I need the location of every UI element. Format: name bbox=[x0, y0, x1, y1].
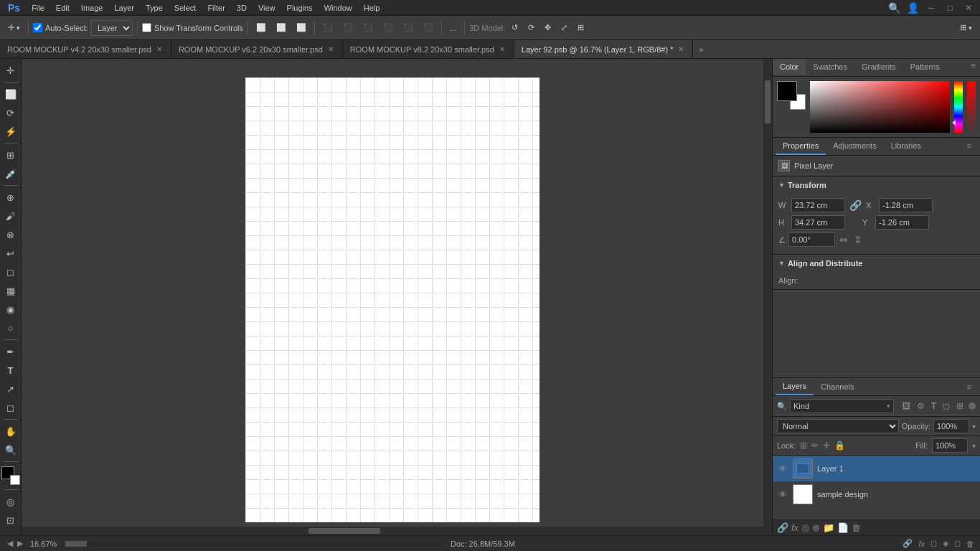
status-icon-4[interactable]: ◻ bbox=[954, 539, 961, 548]
angle-input[interactable] bbox=[788, 232, 835, 247]
props-tab-adjustments[interactable]: Adjustments bbox=[826, 138, 884, 155]
fill-input[interactable] bbox=[932, 438, 968, 453]
menu-plugins[interactable]: Plugins bbox=[282, 2, 318, 14]
align-right-btn[interactable]: ⬜ bbox=[293, 19, 310, 37]
path-tool[interactable]: ↗ bbox=[2, 380, 19, 397]
menu-file[interactable]: File bbox=[27, 2, 50, 14]
alpha-bar[interactable] bbox=[967, 81, 976, 133]
lasso-tool[interactable]: ⟳ bbox=[2, 104, 19, 121]
scrollbar-vertical[interactable] bbox=[763, 59, 772, 527]
color-tab[interactable]: Color bbox=[773, 59, 806, 76]
eraser-tool[interactable]: ◻ bbox=[2, 263, 19, 281]
filter-pixel-icon[interactable]: 🖼 bbox=[900, 400, 913, 412]
menu-3d[interactable]: 3D bbox=[232, 2, 252, 14]
menu-edit[interactable]: Edit bbox=[51, 2, 75, 14]
crop-tool[interactable]: ⊞ bbox=[2, 146, 19, 164]
healing-tool[interactable]: ⊕ bbox=[2, 189, 19, 206]
distribute-hcenter-btn[interactable]: ⬛ bbox=[400, 19, 417, 37]
opacity-arrow-icon[interactable]: ▾ bbox=[972, 423, 976, 430]
text-tool[interactable]: T bbox=[2, 362, 19, 379]
align-header[interactable]: ▼ Align and Distribute bbox=[773, 255, 980, 272]
status-icon-5[interactable]: 🗑 bbox=[966, 540, 974, 548]
filter-smart-icon[interactable]: ⊞ bbox=[954, 400, 966, 412]
3d-rotate-btn[interactable]: ↺ bbox=[508, 19, 522, 37]
tab-overflow-btn[interactable]: » bbox=[693, 45, 709, 54]
blur-tool[interactable]: ◉ bbox=[2, 301, 19, 318]
tab-3-close[interactable]: ✕ bbox=[677, 44, 685, 54]
add-group-icon[interactable]: 📁 bbox=[823, 522, 834, 533]
status-icon-1[interactable]: 🔗 bbox=[903, 539, 913, 548]
quick-mask-tool[interactable]: ◎ bbox=[2, 493, 19, 510]
lock-position-icon[interactable]: ✏ bbox=[811, 441, 819, 451]
menu-type[interactable]: Type bbox=[141, 2, 168, 14]
link-layers-icon[interactable]: 🔗 bbox=[777, 522, 788, 533]
filter-adj-icon[interactable]: ⚙ bbox=[915, 400, 927, 412]
brush-tool[interactable]: 🖌 bbox=[2, 207, 19, 225]
layer-item-0[interactable]: 👁 Layer 1 bbox=[773, 456, 980, 481]
dodge-tool[interactable]: ○ bbox=[2, 319, 19, 336]
h-input[interactable] bbox=[791, 215, 845, 230]
align-center-btn[interactable]: ⬜ bbox=[273, 19, 290, 37]
opacity-input[interactable] bbox=[933, 419, 969, 433]
search-icon[interactable]: 🔍 bbox=[885, 0, 903, 17]
app-icon[interactable]: Ps bbox=[3, 1, 25, 15]
3d-roll-btn[interactable]: ⟳ bbox=[524, 19, 538, 37]
filter-shape-icon[interactable]: ◻ bbox=[941, 400, 952, 412]
y-input[interactable] bbox=[875, 215, 929, 230]
show-transform-checkbox[interactable] bbox=[142, 23, 151, 32]
close-icon[interactable]: ✕ bbox=[960, 0, 977, 17]
3d-pan-btn[interactable]: ✥ bbox=[541, 19, 555, 37]
distribute-vcenter-btn[interactable]: ⬛ bbox=[339, 19, 357, 37]
blend-mode-select[interactable]: Normal bbox=[777, 419, 899, 433]
status-icon-3[interactable]: ◈ bbox=[943, 539, 948, 548]
scrollbar-horizontal[interactable] bbox=[22, 527, 763, 535]
transform-header[interactable]: ▼ Transform bbox=[773, 176, 980, 194]
add-mask-icon[interactable]: ◎ bbox=[801, 522, 809, 533]
status-icon-fx[interactable]: fx bbox=[918, 540, 925, 548]
layer-select[interactable]: Layer bbox=[91, 20, 133, 36]
flip-vertical-icon[interactable]: ⇕ bbox=[852, 234, 864, 245]
maximize-icon[interactable]: □ bbox=[941, 0, 958, 17]
add-layer-icon[interactable]: 📄 bbox=[837, 522, 849, 533]
tab-2-close[interactable]: ✕ bbox=[498, 44, 507, 54]
filter-text-icon[interactable]: T bbox=[929, 400, 938, 412]
shape-tool[interactable]: ◻ bbox=[2, 399, 19, 416]
tab-3[interactable]: Layer 92.psb @ 16.7% (Layer 1, RGB/8#) *… bbox=[514, 40, 694, 59]
eyedropper-tool[interactable]: 💉 bbox=[2, 165, 19, 182]
history-tool[interactable]: ↩ bbox=[2, 245, 19, 262]
color-panel-more[interactable]: ≡ bbox=[967, 59, 980, 76]
layer-1-visibility-icon[interactable]: 👁 bbox=[777, 489, 788, 500]
swatches-tab[interactable]: Swatches bbox=[806, 59, 854, 76]
layers-tab-channels[interactable]: Channels bbox=[814, 379, 861, 395]
layer-item-1[interactable]: 👁 sample design bbox=[773, 481, 980, 507]
background-color[interactable] bbox=[10, 475, 20, 485]
zoom-tool[interactable]: 🔍 bbox=[2, 441, 19, 458]
pen-tool[interactable]: ✒ bbox=[2, 343, 19, 360]
status-icon-2[interactable]: ◻ bbox=[930, 539, 937, 548]
account-icon[interactable]: 👤 bbox=[904, 0, 921, 17]
menu-layer[interactable]: Layer bbox=[109, 2, 139, 14]
move-tool[interactable]: ✛ bbox=[2, 62, 19, 79]
tab-2[interactable]: ROOM MOCKUP v8.2 20x30 smaller.psd ✕ bbox=[343, 40, 514, 59]
nav-prev-icon[interactable]: ◀ bbox=[6, 539, 14, 548]
menu-image[interactable]: Image bbox=[76, 2, 108, 14]
distribute-left-btn[interactable]: ⬛ bbox=[380, 19, 397, 37]
lock-artboard-icon[interactable]: ✛ bbox=[823, 441, 830, 451]
props-tab-properties[interactable]: Properties bbox=[776, 138, 826, 155]
kind-filter[interactable]: Kind ▾ bbox=[790, 399, 894, 413]
magic-wand-tool[interactable]: ⚡ bbox=[2, 123, 19, 140]
marquee-tool[interactable]: ⬜ bbox=[2, 85, 19, 103]
scroll-thumb-horizontal[interactable] bbox=[308, 528, 380, 534]
scroll-thumb-vertical[interactable] bbox=[765, 80, 771, 123]
patterns-tab[interactable]: Patterns bbox=[903, 59, 947, 76]
layers-tab-layers[interactable]: Layers bbox=[776, 378, 814, 395]
minimize-icon[interactable]: ─ bbox=[923, 0, 940, 17]
foreground-swatch[interactable] bbox=[777, 81, 797, 101]
menu-view[interactable]: View bbox=[253, 2, 281, 14]
fill-arrow-icon[interactable]: ▾ bbox=[972, 442, 976, 450]
menu-select[interactable]: Select bbox=[169, 2, 202, 14]
menu-window[interactable]: Window bbox=[319, 2, 357, 14]
w-input[interactable] bbox=[791, 198, 845, 212]
stamp-tool[interactable]: ⊗ bbox=[2, 226, 19, 243]
screen-mode-tool[interactable]: ⊡ bbox=[2, 512, 19, 529]
